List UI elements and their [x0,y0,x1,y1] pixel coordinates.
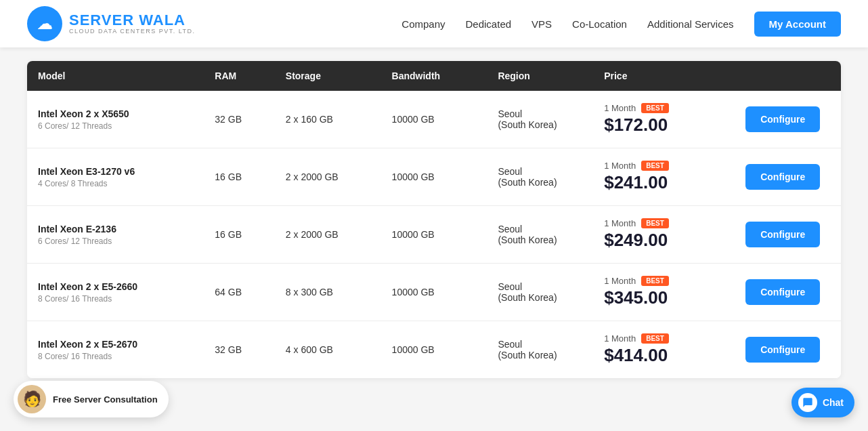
row2-bandwidth: 10000 GB [381,217,487,252]
col-price: Price [593,61,735,91]
row3-region: Seoul (South Korea) [487,269,593,315]
col-region: Region [487,61,593,91]
nav-colocation[interactable]: Co-Location [572,18,627,30]
nav-vps[interactable]: VPS [531,18,552,30]
logo-text: SERVER WALA CLOUD DATA CENTERS PVT. LTD. [69,12,196,35]
logo-name: SERVER WALA [69,12,196,28]
row1-model: Intel Xeon E3-1270 v6 4 Cores/ 8 Threads [27,154,204,201]
col-ram: RAM [204,61,275,91]
chat-icon [798,393,817,412]
configure-button-4[interactable]: Configure [745,337,820,363]
logo-tagline: CLOUD DATA CENTERS PVT. LTD. [69,28,196,35]
row1-storage: 2 x 2000 GB [275,159,381,194]
configure-button-1[interactable]: Configure [745,164,820,190]
col-storage: Storage [275,61,381,91]
table-row: Intel Xeon 2 x E5-2670 8 Cores/ 16 Threa… [27,321,841,378]
row2-model: Intel Xeon E-2136 6 Cores/ 12 Threads [27,211,204,258]
configure-button-0[interactable]: Configure [745,106,820,132]
chat-label: Chat [823,397,844,408]
navbar: ☁ SERVER WALA CLOUD DATA CENTERS PVT. LT… [0,0,868,47]
nav-links: Company Dedicated VPS Co-Location Additi… [402,12,841,37]
row4-model: Intel Xeon 2 x E5-2670 8 Cores/ 16 Threa… [27,327,204,373]
row0-storage: 2 x 160 GB [275,102,381,137]
svg-text:☁: ☁ [37,16,52,33]
row0-price: 1 Month BEST $172.00 [593,91,735,148]
configure-button-3[interactable]: Configure [745,279,820,305]
row2-price: 1 Month BEST $249.00 [593,206,735,263]
row2-storage: 2 x 2000 GB [275,217,381,252]
my-account-button[interactable]: My Account [754,12,841,37]
nav-dedicated[interactable]: Dedicated [466,18,512,30]
row4-region: Seoul (South Korea) [487,327,593,373]
row3-price: 1 Month BEST $345.00 [593,264,735,321]
row1-region: Seoul (South Korea) [487,154,593,200]
table-row: Intel Xeon E3-1270 v6 4 Cores/ 8 Threads… [27,148,841,206]
row0-action: Configure [735,94,841,144]
chat-widget[interactable]: Chat [791,388,854,417]
row3-storage: 8 x 300 GB [275,274,381,310]
logo-icon: ☁ [27,6,62,41]
row4-storage: 4 x 600 GB [275,332,381,367]
nav-additional[interactable]: Additional Services [647,18,734,30]
row3-ram: 64 GB [204,274,275,310]
free-consult-widget[interactable]: 🧑 Free Server Consultation [14,381,169,417]
row4-bandwidth: 10000 GB [381,332,487,367]
row2-ram: 16 GB [204,217,275,252]
col-bandwidth: Bandwidth [381,61,487,91]
row0-ram: 32 GB [204,102,275,137]
logo[interactable]: ☁ SERVER WALA CLOUD DATA CENTERS PVT. LT… [27,6,196,41]
row4-action: Configure [735,325,841,375]
row0-bandwidth: 10000 GB [381,102,487,137]
configure-button-2[interactable]: Configure [745,222,820,247]
row1-ram: 16 GB [204,159,275,194]
table-header: Model RAM Storage Bandwidth Region Price [27,61,841,91]
row1-bandwidth: 10000 GB [381,159,487,194]
row0-region: Seoul (South Korea) [487,96,593,142]
table-row: Intel Xeon 2 x E5-2660 8 Cores/ 16 Threa… [27,264,841,321]
nav-company[interactable]: Company [402,18,445,30]
row4-ram: 32 GB [204,332,275,367]
table-row: Intel Xeon 2 x X5650 6 Cores/ 12 Threads… [27,91,841,148]
row2-action: Configure [735,209,841,260]
consult-label: Free Server Consultation [53,394,158,405]
row0-model: Intel Xeon 2 x X5650 6 Cores/ 12 Threads [27,96,204,143]
row1-price: 1 Month BEST $241.00 [593,148,735,205]
table-row: Intel Xeon E-2136 6 Cores/ 12 Threads 16… [27,206,841,264]
row4-price: 1 Month BEST $414.00 [593,321,735,378]
consult-avatar: 🧑 [18,385,46,413]
col-action [735,61,841,91]
row3-action: Configure [735,267,841,317]
row2-region: Seoul (South Korea) [487,211,593,258]
col-model: Model [27,61,204,91]
row3-bandwidth: 10000 GB [381,274,487,310]
server-table: Model RAM Storage Bandwidth Region Price… [27,61,841,378]
row3-model: Intel Xeon 2 x E5-2660 8 Cores/ 16 Threa… [27,269,204,316]
row1-action: Configure [735,152,841,202]
